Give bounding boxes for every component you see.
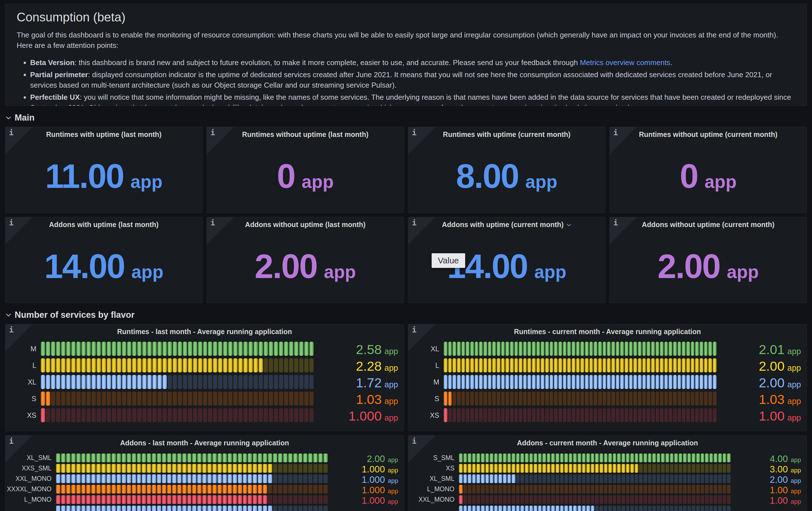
gauge-row-value: 2.00app: [731, 474, 801, 483]
intro-bullet: Partial perimeter: displayed consumption…: [30, 69, 795, 90]
section-header-main[interactable]: Main: [5, 106, 807, 127]
gauge-row-label: XXXXL_MONO: [9, 485, 56, 493]
panel-title[interactable]: Runtimes - current month - Average runni…: [425, 328, 790, 336]
page-title: Consumption (beta): [17, 10, 795, 24]
intro-bullet: Perfectible UX: you will notice that som…: [30, 92, 795, 106]
stat-number: 0: [680, 159, 698, 193]
gauge-row-value: 1.000app: [328, 485, 398, 493]
gauge-row: L_MONO1.00app: [412, 485, 801, 493]
gauge-row-value: 2.28app: [314, 358, 398, 372]
led-bar: [459, 495, 731, 504]
stat-number: 8.00: [456, 159, 519, 193]
led-bar: [444, 408, 717, 422]
gauge-row: L_MONO1.000app: [9, 495, 398, 504]
panel-title[interactable]: Runtimes - last month - Average running …: [22, 328, 387, 336]
gauge-row-value: 4.00app: [731, 454, 801, 462]
gauge-row-label: L_MONO: [412, 485, 459, 493]
gauge-row: XS1.00app: [412, 408, 801, 422]
stat-number: 0: [277, 159, 295, 193]
info-icon: i: [9, 325, 13, 334]
gauge-row-label: S: [412, 392, 444, 405]
bullet-lead: Partial perimeter: [30, 70, 88, 79]
gauge-row: XXS_SML1.000app: [9, 464, 398, 473]
stat-panel: iAddons with uptime (last month)14.00app: [5, 217, 203, 303]
gauge-row-label: [9, 506, 56, 511]
panel-title[interactable]: Addons with uptime (current month): [425, 220, 588, 229]
bullet-text: : you will notice that some information …: [30, 93, 791, 106]
stat-number: 14.00: [44, 249, 124, 283]
stat-value: 2.00app: [610, 230, 807, 303]
led-bar: [41, 358, 314, 372]
gauge-row-label: XL: [412, 342, 444, 356]
section-header-flavor[interactable]: Number of services by flavor: [5, 303, 807, 324]
gauge-row: XL1.72app: [9, 375, 398, 389]
gauge-row-value: 1.000app: [328, 474, 398, 483]
metrics-overview-link[interactable]: Metrics overview comments: [580, 58, 670, 67]
panel-title[interactable]: Addons without uptime (current month): [627, 220, 790, 229]
stat-unit: app: [727, 263, 759, 281]
gauge-rows: XL_SML2.00appXXS_SML1.000appXXL_MONO1.00…: [9, 454, 398, 511]
panel-title[interactable]: Addons with uptime (last month): [22, 220, 185, 229]
gauge-row: S1.03app: [412, 392, 801, 405]
info-icon: i: [412, 128, 416, 137]
panel-title[interactable]: Runtimes with uptime (current month): [425, 130, 588, 139]
info-icon: i: [412, 218, 416, 227]
info-icon: i: [9, 218, 13, 227]
gauge-row-label: XS: [9, 408, 41, 422]
led-bar: [459, 454, 731, 462]
gauge-row-label: XL_SML: [9, 454, 56, 462]
led-bar: [56, 464, 328, 473]
gauge-row-value: 1.00app: [731, 485, 801, 493]
intro-text-panel: Consumption (beta) The goal of this dash…: [5, 4, 807, 106]
info-icon: i: [412, 325, 416, 334]
gauge-row-value: 2.00app: [717, 358, 801, 372]
bar-gauge-panel: iRuntimes - current month - Average runn…: [408, 324, 807, 431]
stat-number: 11.00: [45, 159, 124, 193]
stat-value: 2.00app: [207, 230, 404, 303]
gauge-row: XS3.00app: [412, 464, 801, 473]
gauge-row-label: L: [9, 358, 41, 372]
bullet-text: : this dashboard is brand new and subjec…: [75, 58, 580, 67]
panel-title[interactable]: Addons - last month - Average running ap…: [22, 439, 387, 447]
gauge-row-value: 3.00app: [731, 464, 801, 473]
stat-unit: app: [301, 173, 334, 191]
stat-unit: app: [704, 173, 736, 191]
gauge-row-label: XXL_MONO: [412, 495, 459, 504]
led-bar: [459, 464, 731, 473]
led-bar: [444, 342, 717, 356]
info-icon: i: [412, 437, 416, 445]
panel-title[interactable]: Runtimes without uptime (last month): [224, 130, 387, 139]
gauge-row: M2.00app: [412, 375, 801, 389]
gauge-row-value: 1.03app: [717, 392, 801, 405]
flavor-gauges-grid: iRuntimes - last month - Average running…: [5, 324, 807, 511]
intro-description: The goal of this dashboard is to enable …: [17, 30, 795, 51]
section-label: Main: [14, 113, 35, 123]
stat-panel: iRuntimes with uptime (last month)11.00a…: [5, 127, 203, 213]
gauge-row-label: M: [412, 375, 444, 389]
panel-title[interactable]: Runtimes without uptime (current month): [627, 130, 790, 139]
led-bar: [41, 342, 314, 356]
chevron-down-icon: [6, 313, 11, 317]
gauge-row-partial: [412, 506, 801, 511]
intro-bullet: Beta Version: this dashboard is brand ne…: [30, 57, 795, 68]
intro-bullet-list: Beta Version: this dashboard is brand ne…: [21, 57, 795, 106]
panel-title[interactable]: Addons - current month - Average running…: [425, 439, 790, 447]
led-bar: [444, 375, 717, 389]
gauge-row-label: S_SML: [412, 454, 459, 462]
stat-value: 8.00app: [408, 140, 605, 213]
bar-gauge-panel: iAddons - last month - Average running a…: [5, 435, 404, 511]
gauge-row-partial: [9, 506, 398, 511]
gauge-row: XXL_MONO1.00app: [412, 495, 801, 504]
bullet-text-after: .: [670, 58, 672, 67]
panel-title[interactable]: Runtimes with uptime (last month): [22, 130, 185, 139]
info-icon: i: [9, 128, 13, 137]
gauge-row-value: 1.000app: [314, 408, 398, 422]
stat-value: 14.00app: [5, 230, 202, 303]
panel-title[interactable]: Addons without uptime (last month): [224, 220, 387, 229]
gauge-row: XXXXL_MONO1.000app: [9, 485, 398, 493]
led-bar: [56, 485, 328, 493]
gauge-row-label: M: [9, 342, 41, 356]
gauge-row-label: XS: [412, 408, 444, 422]
section-label: Number of services by flavor: [14, 310, 135, 320]
led-bar: [459, 506, 731, 511]
